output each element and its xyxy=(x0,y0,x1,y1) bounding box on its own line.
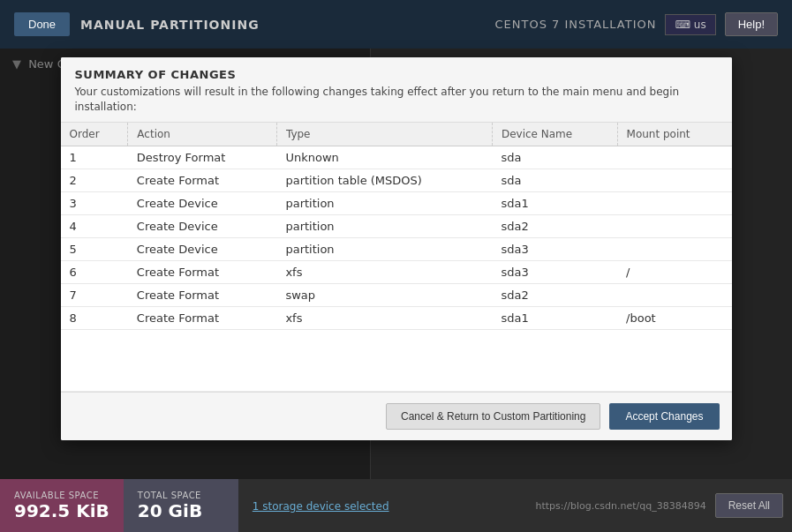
bottom-bar-links: 1 storage device selected xyxy=(238,499,527,513)
cell-type: partition table (MSDOS) xyxy=(276,169,492,191)
cell-order: 6 xyxy=(61,260,128,283)
table-row: 3Create Devicepartitionsda1 xyxy=(61,191,732,214)
col-mount: Mount point xyxy=(617,123,731,146)
modal-header: SUMMARY OF CHANGES Your customizations w… xyxy=(61,57,732,123)
table-spacer-row xyxy=(61,329,732,391)
cell-action: Create Device xyxy=(128,191,277,214)
cell-device: sda1 xyxy=(492,191,617,214)
changes-table: Order Action Type Device Name Mount poin… xyxy=(61,123,732,392)
accept-button[interactable]: Accept Changes xyxy=(609,403,719,430)
cell-device: sda3 xyxy=(492,260,617,283)
cell-mount xyxy=(617,214,731,237)
col-action: Action xyxy=(128,123,277,146)
col-device: Device Name xyxy=(492,123,617,146)
cell-order: 3 xyxy=(61,191,128,214)
top-bar-left: Done MANUAL PARTITIONING xyxy=(14,12,260,36)
table-row: 8Create Formatxfssda1/boot xyxy=(61,306,732,329)
cell-mount: / xyxy=(617,260,731,283)
cell-action: Create Device xyxy=(128,237,277,260)
cell-device: sda xyxy=(492,146,617,169)
top-bar-right: CENTOS 7 INSTALLATION ⌨ us Help! xyxy=(494,12,778,36)
cell-mount: /boot xyxy=(617,306,731,329)
col-order: Order xyxy=(61,123,128,146)
language-selector[interactable]: ⌨ us xyxy=(665,14,715,35)
cell-type: Unknown xyxy=(276,146,492,169)
cell-mount xyxy=(617,237,731,260)
cell-type: partition xyxy=(276,191,492,214)
cell-device: sda1 xyxy=(492,306,617,329)
keyboard-icon: ⌨ xyxy=(675,19,690,31)
table-row: 1Destroy FormatUnknownsda xyxy=(61,146,732,169)
table-row: 4Create Devicepartitionsda2 xyxy=(61,214,732,237)
cell-action: Create Format xyxy=(128,169,277,191)
modal-overlay: SUMMARY OF CHANGES Your customizations w… xyxy=(0,49,792,479)
table-spacer-cell xyxy=(61,329,732,391)
installation-title: CENTOS 7 INSTALLATION xyxy=(494,18,656,31)
available-space-label: AVAILABLE SPACE xyxy=(14,491,109,500)
cell-action: Create Device xyxy=(128,214,277,237)
cell-action: Create Format xyxy=(128,283,277,306)
done-button[interactable]: Done xyxy=(14,12,70,36)
cell-order: 8 xyxy=(61,306,128,329)
total-space-label: TOTAL SPACE xyxy=(138,491,224,500)
cell-type: swap xyxy=(276,283,492,306)
cell-order: 4 xyxy=(61,214,128,237)
cell-order: 2 xyxy=(61,169,128,191)
modal-title: SUMMARY OF CHANGES xyxy=(75,68,718,81)
app-title: MANUAL PARTITIONING xyxy=(80,18,260,32)
cell-mount xyxy=(617,146,731,169)
modal-footer: Cancel & Return to Custom Partitioning A… xyxy=(61,392,732,440)
cell-order: 1 xyxy=(61,146,128,169)
cell-device: sda3 xyxy=(492,237,617,260)
table-row: 6Create Formatxfssda3/ xyxy=(61,260,732,283)
cell-device: sda2 xyxy=(492,283,617,306)
table-row: 5Create Devicepartitionsda3 xyxy=(61,237,732,260)
help-button[interactable]: Help! xyxy=(725,12,778,36)
cell-type: xfs xyxy=(276,260,492,283)
top-bar: Done MANUAL PARTITIONING CENTOS 7 INSTAL… xyxy=(0,0,792,49)
reset-button[interactable]: Reset All xyxy=(715,493,783,518)
cell-action: Destroy Format xyxy=(128,146,277,169)
storage-link[interactable]: 1 storage device selected xyxy=(253,500,389,513)
cell-type: partition xyxy=(276,237,492,260)
cell-type: xfs xyxy=(276,306,492,329)
modal-description: Your customizations will result in the f… xyxy=(75,85,718,115)
cell-device: sda xyxy=(492,169,617,191)
main-area: ▼ New CentOS 7 Installation SUMMARY OF C… xyxy=(0,49,792,479)
cell-order: 7 xyxy=(61,283,128,306)
table-row: 7Create Formatswapsda2 xyxy=(61,283,732,306)
cell-mount xyxy=(617,169,731,191)
cell-mount xyxy=(617,283,731,306)
table-row: 2Create Formatpartition table (MSDOS)sda xyxy=(61,169,732,191)
url-watermark: https://blog.csdn.net/qq_38384894 xyxy=(527,500,715,512)
cancel-button[interactable]: Cancel & Return to Custom Partitioning xyxy=(386,403,600,430)
available-space-value: 992.5 KiB xyxy=(14,500,109,521)
cell-action: Create Format xyxy=(128,306,277,329)
lang-value: us xyxy=(694,19,706,31)
bottom-bar: AVAILABLE SPACE 992.5 KiB TOTAL SPACE 20… xyxy=(0,479,792,532)
cell-device: sda2 xyxy=(492,214,617,237)
cell-action: Create Format xyxy=(128,260,277,283)
cell-order: 5 xyxy=(61,237,128,260)
cell-mount xyxy=(617,191,731,214)
modal-body: Order Action Type Device Name Mount poin… xyxy=(61,123,732,392)
total-space-block: TOTAL SPACE 20 GiB xyxy=(124,479,238,532)
table-body: 1Destroy FormatUnknownsda2Create Formatp… xyxy=(61,146,732,391)
available-space-block: AVAILABLE SPACE 992.5 KiB xyxy=(0,479,124,532)
cell-type: partition xyxy=(276,214,492,237)
total-space-value: 20 GiB xyxy=(138,500,224,521)
summary-modal: SUMMARY OF CHANGES Your customizations w… xyxy=(61,57,732,440)
col-type: Type xyxy=(276,123,492,146)
table-header: Order Action Type Device Name Mount poin… xyxy=(61,123,732,146)
